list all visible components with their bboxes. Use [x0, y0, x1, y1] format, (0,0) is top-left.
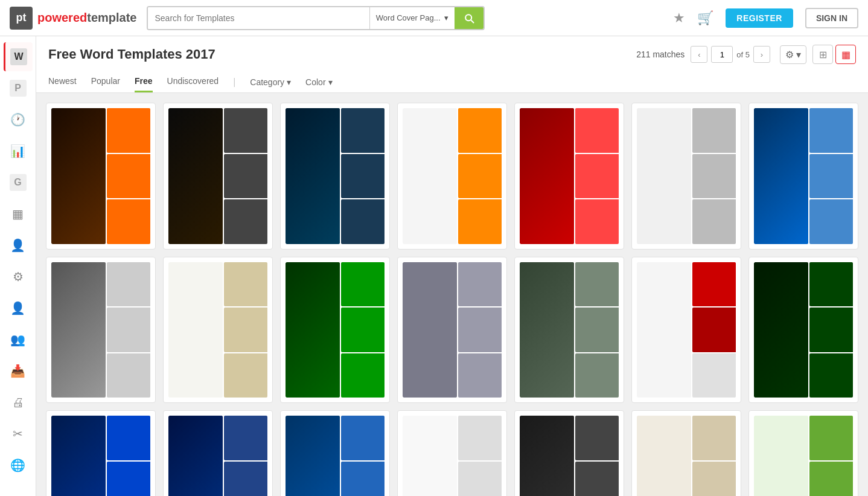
- search-input[interactable]: [148, 7, 369, 29]
- template-thumb: [51, 108, 150, 244]
- prev-page-button[interactable]: ‹: [691, 46, 707, 63]
- page-number-input[interactable]: [711, 46, 733, 63]
- template-card[interactable]: [514, 103, 624, 250]
- sidebar-item-p[interactable]: P: [4, 74, 33, 103]
- thumb-side-item: [575, 462, 619, 496]
- favorites-icon[interactable]: ★: [673, 10, 685, 26]
- thumb-side-item: [575, 154, 619, 199]
- thumb-main: [51, 108, 106, 244]
- register-button[interactable]: REGISTER: [726, 8, 793, 28]
- next-page-button[interactable]: ›: [753, 46, 770, 63]
- category-dropdown[interactable]: Category ▾: [250, 77, 291, 87]
- thumb-side-item: [692, 199, 736, 244]
- template-card[interactable]: [46, 103, 156, 250]
- gear-settings-icon: ⚙: [785, 49, 794, 60]
- template-thumb: [520, 262, 619, 398]
- sidebar-letter-w: W: [10, 48, 27, 65]
- person-icon: 👤: [10, 301, 25, 315]
- thumb-main: [168, 108, 223, 244]
- sidebar-item-clock[interactable]: 🕐: [4, 105, 33, 134]
- thumb-side-item: [575, 108, 619, 153]
- sidebar-item-add-user[interactable]: 👤: [4, 231, 33, 260]
- thumb-side-item: [809, 199, 853, 244]
- template-thumb: [168, 416, 267, 496]
- thumb-main: [637, 108, 691, 244]
- template-card[interactable]: [748, 103, 858, 250]
- template-card[interactable]: [748, 410, 858, 496]
- thumb-main: [403, 262, 457, 398]
- template-card[interactable]: [631, 257, 741, 404]
- thumb-side-item: [224, 416, 267, 460]
- template-thumb: [754, 262, 853, 398]
- signin-button[interactable]: SIGN IN: [805, 8, 858, 28]
- tab-undiscovered[interactable]: Undiscovered: [167, 71, 219, 92]
- thumb-side-item: [692, 462, 736, 496]
- template-card[interactable]: [163, 257, 273, 404]
- tab-newest[interactable]: Newest: [48, 71, 77, 92]
- thumb-main: [286, 108, 340, 244]
- template-card[interactable]: [748, 257, 858, 404]
- thumb-side-item: [692, 108, 736, 153]
- compact-view-button[interactable]: ▦: [835, 45, 856, 64]
- search-category-dropdown[interactable]: Word Cover Pag... ▾: [369, 7, 455, 29]
- template-card[interactable]: [280, 257, 390, 404]
- template-card[interactable]: [280, 410, 390, 496]
- thumb-side-item: [458, 108, 502, 153]
- thumb-side-item: [692, 353, 736, 398]
- template-card[interactable]: [46, 257, 156, 404]
- page-title: Free Word Templates 2017: [48, 47, 215, 62]
- thumb-side-item: [107, 416, 150, 460]
- template-thumb: [403, 262, 502, 398]
- grid-view-button[interactable]: ⊞: [812, 45, 833, 64]
- sidebar: W P 🕐 📊 G ▦ 👤 ⚙ 👤 👥 📥: [0, 36, 36, 496]
- template-card[interactable]: [163, 410, 273, 496]
- template-card[interactable]: [163, 103, 273, 250]
- template-card[interactable]: [397, 410, 507, 496]
- template-thumb: [51, 262, 150, 398]
- thumb-main: [286, 262, 340, 398]
- thumb-side-item: [809, 108, 853, 153]
- thumb-side-item: [692, 308, 736, 352]
- thumb-side-item: [107, 353, 150, 398]
- template-card[interactable]: [631, 410, 741, 496]
- logo[interactable]: pt poweredtemplate: [10, 7, 137, 30]
- sidebar-item-person[interactable]: 👤: [4, 294, 33, 323]
- tab-popular[interactable]: Popular: [91, 71, 120, 92]
- sidebar-item-g[interactable]: G: [4, 168, 33, 197]
- color-dropdown[interactable]: Color ▾: [305, 77, 332, 87]
- logo-icon: pt: [10, 7, 33, 30]
- sidebar-item-team[interactable]: 👥: [4, 325, 33, 354]
- thumb-side-item: [809, 416, 853, 460]
- cart-icon[interactable]: 🛒: [697, 10, 713, 26]
- thumb-side: [341, 108, 385, 244]
- template-card[interactable]: [631, 103, 741, 250]
- template-card[interactable]: [46, 410, 156, 496]
- thumb-side-item: [341, 262, 385, 307]
- sidebar-item-table[interactable]: ▦: [4, 199, 33, 228]
- sidebar-item-gear[interactable]: ⚙: [4, 262, 33, 291]
- sidebar-item-inbox[interactable]: 📥: [4, 356, 33, 385]
- settings-button[interactable]: ⚙ ▾: [780, 45, 806, 64]
- content-header: Free Word Templates 2017 211 matches ‹ o…: [36, 36, 868, 93]
- tools-icon: ✂: [13, 427, 23, 441]
- thumb-side: [458, 108, 502, 244]
- thumb-side-item: [107, 199, 150, 244]
- sidebar-item-tools[interactable]: ✂: [4, 419, 33, 448]
- template-card[interactable]: [397, 257, 507, 404]
- sidebar-item-globe[interactable]: 🌐: [4, 451, 33, 480]
- tab-free[interactable]: Free: [135, 71, 153, 92]
- thumb-side: [692, 416, 736, 496]
- thumb-side-item: [341, 108, 385, 153]
- sidebar-item-chart[interactable]: 📊: [4, 137, 33, 166]
- template-card[interactable]: [514, 257, 624, 404]
- sidebar-item-print[interactable]: 🖨: [4, 388, 33, 417]
- sidebar-item-word[interactable]: W: [4, 42, 33, 71]
- logo-template: template: [87, 11, 136, 24]
- template-card[interactable]: [514, 410, 624, 496]
- thumb-main: [520, 108, 574, 244]
- template-card[interactable]: [397, 103, 507, 250]
- thumb-main: [168, 262, 223, 398]
- table-icon: ▦: [12, 207, 24, 221]
- search-button[interactable]: [455, 7, 483, 29]
- template-card[interactable]: [280, 103, 390, 250]
